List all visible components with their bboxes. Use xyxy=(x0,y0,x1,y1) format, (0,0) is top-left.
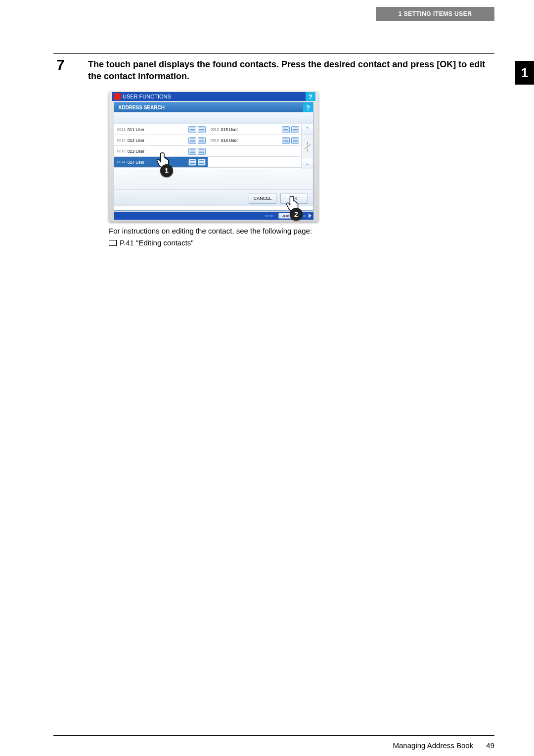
status-expand-icon[interactable] xyxy=(309,213,312,218)
contact-row-empty xyxy=(208,157,301,168)
address-search-dialog: ADDRESS SEARCH ? 0011 011 User 0012 012 … xyxy=(114,102,313,211)
page-reference-text: P.41 "Editing contacts" xyxy=(120,237,194,248)
email-icon[interactable] xyxy=(291,126,299,133)
panel-status-bar: 09:18 JOB xyxy=(114,212,313,220)
contact-name: 012 User xyxy=(128,138,145,143)
contacts-grid: 0011 011 User 0012 012 User 0013 013 Use… xyxy=(114,124,313,169)
contact-row[interactable]: 0016 016 User xyxy=(208,135,301,146)
fax-icon[interactable] xyxy=(188,159,196,166)
callout-badge-2: 2 xyxy=(290,208,303,221)
step-instruction: The touch panel displays the found conta… xyxy=(88,58,494,83)
email-icon[interactable] xyxy=(198,159,206,166)
chapter-side-tab: 1 xyxy=(515,59,534,86)
contact-row[interactable]: 0015 015 User xyxy=(208,124,301,135)
contact-id: 0011 xyxy=(117,127,126,132)
body-copy: For instructions on editing the contact,… xyxy=(109,226,376,248)
fax-icon[interactable] xyxy=(188,137,196,144)
page-footer: Managing Address Book 49 xyxy=(53,741,494,750)
contact-name: 011 User xyxy=(128,127,145,132)
contact-row-empty xyxy=(208,146,301,157)
contact-id: 0013 xyxy=(117,149,126,153)
touch-panel-screenshot: USER FUNCTIONS ? ADDRESS SEARCH ? 0011 0… xyxy=(109,91,318,222)
fax-icon[interactable] xyxy=(282,137,290,144)
status-time: 09:18 xyxy=(265,214,273,218)
vendor-logo-icon xyxy=(114,93,121,100)
contact-id: 0015 xyxy=(211,127,219,132)
page-reference: P.41 "Editing contacts" xyxy=(109,237,376,248)
page-current: 1 xyxy=(306,141,308,145)
help-icon[interactable]: ? xyxy=(306,92,315,101)
contact-id: 0012 xyxy=(117,138,126,142)
bottom-rule xyxy=(53,735,494,736)
fax-icon[interactable] xyxy=(282,126,290,133)
contact-name: 016 User xyxy=(221,138,238,143)
contact-id: 0014 xyxy=(117,160,126,164)
contact-row[interactable]: 0011 011 User xyxy=(114,124,208,135)
contact-name: 014 User xyxy=(128,160,145,165)
email-icon[interactable] xyxy=(198,148,206,155)
contact-row[interactable]: 0012 012 User xyxy=(114,135,208,146)
contacts-col-right: 0015 015 User 0016 016 User xyxy=(208,124,301,169)
top-rule xyxy=(53,53,494,54)
panel-window-title: USER FUNCTIONS xyxy=(123,94,171,99)
contact-name: 015 User xyxy=(221,127,238,132)
dialog-button-bar: CANCEL OK xyxy=(114,189,313,206)
email-icon[interactable] xyxy=(291,137,299,144)
dialog-titlebar: ADDRESS SEARCH ? xyxy=(114,102,313,112)
fax-icon[interactable] xyxy=(188,148,196,155)
search-criteria-row xyxy=(114,112,313,124)
body-line-1: For instructions on editing the contact,… xyxy=(109,226,376,236)
page-total: 1 xyxy=(306,148,308,152)
footer-page-number: 49 xyxy=(486,741,494,750)
panel-titlebar: USER FUNCTIONS ? xyxy=(112,92,315,101)
dialog-spacer xyxy=(114,169,313,189)
fax-icon[interactable] xyxy=(188,126,196,133)
email-icon[interactable] xyxy=(198,126,206,133)
email-icon[interactable] xyxy=(198,137,206,144)
footer-section-title: Managing Address Book xyxy=(393,741,474,750)
scroll-column: ⌃ 1 1 ⌄ xyxy=(301,124,313,169)
callout-badge-1: 1 xyxy=(160,164,173,177)
header-breadcrumb: 1 SETTING ITEMS USER xyxy=(376,7,494,21)
book-icon xyxy=(109,240,117,246)
contact-id: 0016 xyxy=(211,138,219,142)
dialog-title: ADDRESS SEARCH xyxy=(118,105,165,110)
step-number: 7 xyxy=(56,56,65,73)
cancel-button[interactable]: CANCEL xyxy=(249,193,276,204)
dialog-help-icon[interactable]: ? xyxy=(303,102,313,112)
page-indicator: 1 1 xyxy=(302,135,313,158)
step-block: 7 The touch panel displays the found con… xyxy=(70,58,494,83)
contact-name: 013 User xyxy=(128,149,145,154)
scroll-down-button[interactable]: ⌄ xyxy=(302,158,313,169)
scroll-up-button[interactable]: ⌃ xyxy=(302,124,313,135)
